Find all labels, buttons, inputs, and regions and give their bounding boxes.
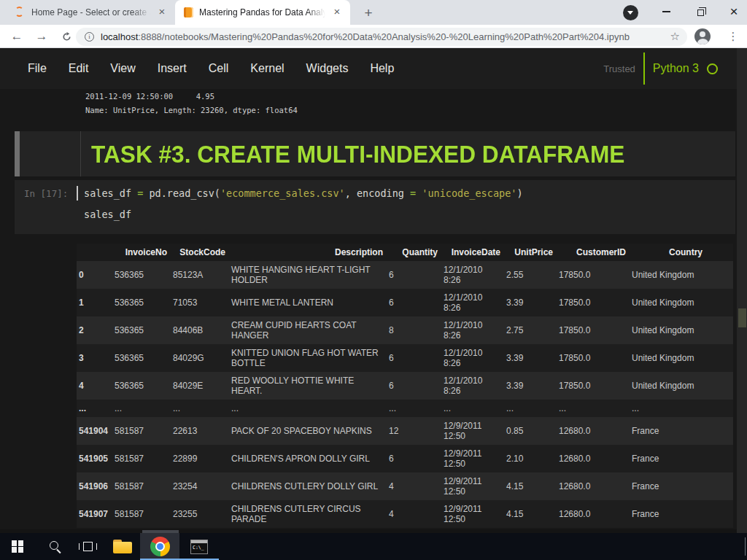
minimize-button[interactable] (651, 0, 681, 23)
menu-file[interactable]: File (28, 62, 47, 75)
table-cell: RED WOOLLY HOTTIE WHITE HEART. (231, 372, 389, 400)
table-cell: 17850.0 (559, 316, 632, 344)
table-cell: 71053 (173, 289, 231, 316)
vertical-scrollbar-thumb[interactable] (738, 308, 746, 327)
table-row: 54190558158722899CHILDREN'S APRON DOLLY … (77, 445, 733, 472)
table-cell: United Kingdom (632, 344, 733, 372)
restore-icon (697, 9, 704, 16)
url-host: localhost (101, 31, 138, 42)
table-cell: 12/1/2010 8:26 (444, 372, 506, 400)
back-button[interactable]: ← (6, 25, 28, 48)
info-icon[interactable]: i (85, 32, 94, 42)
horizontal-scrollbar-thumb[interactable] (142, 530, 179, 533)
dataframe-header: InvoiceNo StockCode Description Quantity… (77, 244, 733, 261)
task-view-button[interactable] (70, 533, 105, 560)
table-cell: 12/1/2010 8:26 (444, 289, 506, 316)
window-close-button[interactable]: × (719, 0, 747, 23)
table-cell: 6 (389, 261, 444, 289)
file-explorer-button[interactable] (105, 533, 140, 560)
tab-title: Mastering Pandas for Data Analy (199, 7, 325, 18)
start-button[interactable] (0, 533, 35, 560)
tab-home-page[interactable]: Home Page - Select or create a n × (6, 0, 175, 25)
table-cell: 536365 (115, 289, 173, 316)
table-cell: France (632, 472, 733, 500)
table-cell: 581587 (115, 472, 173, 500)
address-bar[interactable]: i localhost:8888/notebooks/Mastering%20P… (76, 28, 687, 46)
menu-edit[interactable]: Edit (69, 62, 89, 75)
chrome-icon (150, 537, 170, 556)
menu-help[interactable]: Help (370, 62, 394, 75)
taskbar-search-button[interactable] (35, 533, 70, 560)
table-cell: 4.15 (506, 500, 559, 528)
tab-notebook[interactable]: Mastering Pandas for Data Analy × (175, 0, 350, 25)
bookmark-star-icon[interactable]: ☆ (670, 30, 680, 43)
table-cell: CHILDRENS CUTLERY DOLLY GIRL (231, 472, 389, 500)
table-cell: 2.10 (506, 445, 559, 472)
row-index: 4 (77, 372, 115, 400)
table-cell: 17850.0 (559, 289, 632, 316)
table-row: 54190458158722613PACK OF 20 SPACEBOY NAP… (77, 417, 733, 445)
code-line-2: sales_df (84, 204, 523, 225)
menu-widgets[interactable]: Widgets (306, 62, 349, 75)
table-cell: ... (632, 400, 733, 417)
menu-insert[interactable]: Insert (158, 62, 187, 75)
table-cell: 17850.0 (559, 344, 632, 372)
profile-avatar[interactable] (694, 28, 711, 44)
table-cell: WHITE HANGING HEART T-LIGHT HOLDER (231, 261, 389, 289)
table-cell: CHILDRENS CUTLERY CIRCUS PARADE (231, 500, 389, 528)
col-customerid: CustomerID (559, 244, 632, 261)
close-icon[interactable]: × (331, 7, 343, 18)
table-cell: 84029E (173, 372, 231, 400)
table-cell: WHITE METAL LANTERN (231, 289, 389, 316)
table-cell: 23254 (173, 472, 231, 500)
reload-button[interactable] (55, 25, 77, 48)
browser-titlebar: Home Page - Select or create a n × Maste… (0, 0, 747, 25)
col-stockcode: StockCode (173, 244, 231, 261)
table-row: 153636571053WHITE METAL LANTERN612/1/201… (77, 289, 733, 316)
row-index: 541905 (77, 445, 115, 472)
table-cell: France (632, 445, 733, 472)
dataframe-table: InvoiceNo StockCode Description Quantity… (77, 244, 733, 528)
table-cell: 84406B (173, 316, 231, 344)
close-icon[interactable]: × (156, 7, 168, 18)
chevron-down-circle-icon[interactable] (623, 5, 638, 20)
table-cell: 2.75 (506, 316, 559, 344)
trusted-badge[interactable]: Trusted (603, 63, 635, 74)
table-cell: 3.39 (506, 289, 559, 316)
chrome-taskbar-button[interactable] (140, 533, 179, 560)
row-index: 2 (77, 316, 115, 344)
table-cell: 4.15 (506, 472, 559, 500)
restore-button[interactable] (686, 0, 715, 23)
table-cell: 12/1/2010 8:26 (444, 344, 506, 372)
three-dot-menu-icon[interactable]: ⋮ (722, 25, 744, 48)
menu-cell[interactable]: Cell (209, 62, 229, 75)
table-cell: 12 (389, 417, 444, 445)
menu-view[interactable]: View (110, 62, 135, 75)
folder-icon (113, 540, 132, 553)
code-cell[interactable]: In [17]: sales_df = pd.read_csv('ecommer… (15, 180, 735, 234)
table-cell: France (632, 500, 733, 528)
vertical-scrollbar[interactable] (737, 48, 747, 533)
code-editor[interactable]: sales_df = pd.read_csv('ecommerce_sales.… (84, 183, 523, 225)
table-cell: 12/9/2011 12:50 (444, 445, 506, 472)
new-tab-button[interactable]: + (359, 4, 378, 23)
table-cell: 85123A (173, 261, 231, 289)
header-row: InvoiceNo StockCode Description Quantity… (77, 244, 733, 261)
menu-kernel[interactable]: Kernel (250, 62, 284, 75)
kernel-idle-icon (707, 63, 718, 74)
table-cell: ... (115, 400, 173, 417)
notebook-page: File Edit View Insert Cell Kernel Widget… (0, 48, 747, 533)
url-path: :8888/notebooks/Mastering%20Pandas%20for… (138, 31, 630, 42)
show-desktop-button[interactable] (745, 537, 746, 556)
table-row: 353636584029GKNITTED UNION FLAG HOT WATE… (77, 344, 733, 372)
markdown-cell-selected[interactable]: TASK #3. CREATE MULTI-INDEXED DATAFRAME (15, 131, 735, 176)
row-index: 541907 (77, 500, 115, 528)
table-cell: ... (506, 400, 559, 417)
terminal-taskbar-button[interactable]: C:\_ (179, 533, 219, 560)
input-prompt: In [17]: (24, 188, 68, 199)
table-cell: 0.85 (506, 417, 559, 445)
table-row: 053636585123AWHITE HANGING HEART T-LIGHT… (77, 261, 733, 289)
table-cell: 22613 (173, 417, 231, 445)
forward-button[interactable]: → (31, 25, 53, 48)
dataframe-body: 053636585123AWHITE HANGING HEART T-LIGHT… (77, 261, 733, 528)
